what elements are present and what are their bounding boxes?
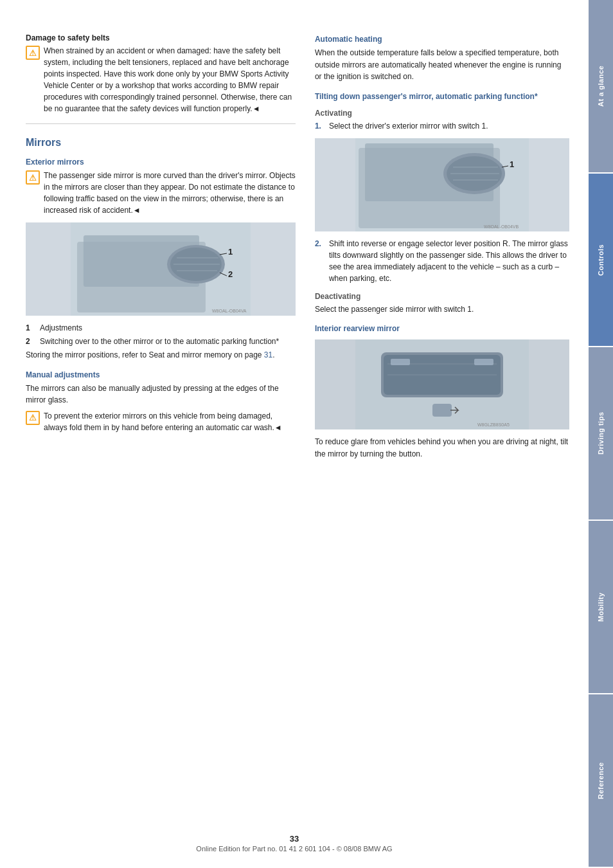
storing-text: Storing the mirror positions, refer to S… [26, 349, 296, 361]
sidebar: At a glance Controls Driving tips Mobili… [589, 0, 613, 868]
damage-safety-belts-section: Damage to safety belts ⚠ When strained b… [26, 33, 296, 114]
manual-adjustments-heading: Manual adjustments [26, 370, 296, 379]
exterior-mirrors-warning: ⚠ The passenger side mirror is more curv… [26, 170, 296, 216]
tilting-section: Tilting down passenger's mirror, automat… [315, 92, 569, 460]
svg-rect-29 [391, 359, 410, 365]
activating-subsection: Activating 1. Select the driver's exteri… [315, 109, 569, 284]
automatic-heating-heading: Automatic heating [315, 35, 569, 44]
activating-svg: 1 W8OAL-OB04VB [315, 138, 569, 231]
activating-image: 1 W8OAL-OB04VB [315, 138, 569, 231]
step-1: 1. Select the driver's exterior mirror w… [315, 120, 569, 132]
bullet-item-2: 2 Switching over to the other mirror or … [26, 336, 296, 347]
rearview-image: W8GLZB8S0A5 [315, 339, 569, 429]
warning-icon-3: ⚠ [26, 411, 40, 425]
interior-rearview-section: Interior rearview mirror [315, 324, 569, 460]
mirror-svg: 1 2 W8OAL-OB04VA [26, 222, 296, 316]
exterior-mirrors-warning-text: The passenger side mirror is more curved… [44, 170, 296, 216]
exterior-mirrors-section: Exterior mirrors ⚠ The passenger side mi… [26, 158, 296, 216]
svg-text:W8OAL-OB04VB: W8OAL-OB04VB [484, 224, 519, 229]
manual-adjustments-section: Manual adjustments The mirrors can also … [26, 370, 296, 433]
fold-warning: ⚠ To prevent the exterior mirrors on thi… [26, 410, 296, 433]
svg-text:1: 1 [510, 159, 514, 169]
warning-icon-2: ⚠ [26, 170, 40, 185]
bullet-item-1: 1 Adjustments [26, 322, 296, 334]
left-column: Damage to safety belts ⚠ When strained b… [26, 26, 308, 842]
svg-rect-30 [474, 359, 493, 365]
tab-at-a-glance[interactable]: At a glance [589, 0, 613, 172]
svg-text:W8GLZB8S0A5: W8GLZB8S0A5 [477, 422, 510, 427]
divider-1 [26, 123, 296, 124]
activating-heading: Activating [315, 109, 569, 118]
tab-reference[interactable]: Reference [589, 694, 613, 867]
mirrors-title: Mirrors [26, 137, 296, 149]
svg-text:2: 2 [228, 269, 233, 279]
exterior-mirror-image: 1 2 W8OAL-OB04VA [26, 222, 296, 316]
rearview-svg: W8GLZB8S0A5 [355, 339, 529, 429]
warning-icon-1: ⚠ [26, 46, 40, 60]
exterior-mirrors-heading: Exterior mirrors [26, 158, 296, 167]
mirrors-section: Mirrors Exterior mirrors ⚠ The passenger… [26, 137, 296, 433]
rearview-body: To reduce glare from vehicles behind you… [315, 436, 569, 460]
right-column: Automatic heating When the outside tempe… [308, 26, 569, 842]
damage-warning-text: When strained by an accident or when dam… [44, 45, 296, 114]
tab-mobility[interactable]: Mobility [589, 521, 613, 693]
activating-steps: 1. Select the driver's exterior mirror w… [315, 120, 569, 132]
svg-rect-31 [432, 404, 452, 417]
damage-warning: ⚠ When strained by an accident or when d… [26, 45, 296, 114]
deactivating-body: Select the passenger side mirror with sw… [315, 303, 569, 316]
step-2: 2. Shift into reverse or engage selector… [315, 238, 569, 284]
svg-text:1: 1 [228, 247, 233, 257]
deactivating-heading: Deactivating [315, 292, 569, 301]
tab-driving-tips[interactable]: Driving tips [589, 347, 613, 520]
manual-adjustments-body: The mirrors can also be manually adjuste… [26, 383, 296, 406]
deactivating-subsection: Deactivating Select the passenger side m… [315, 292, 569, 316]
automatic-heating-body: When the outside temperature falls below… [315, 47, 569, 83]
footer-text: Online Edition for Part no. 01 41 2 601 … [196, 845, 392, 853]
automatic-heating-section: Automatic heating When the outside tempe… [315, 35, 569, 83]
page-link-31[interactable]: 31 [264, 350, 272, 359]
mirror-bullet-list: 1 Adjustments 2 Switching over to the ot… [26, 322, 296, 347]
interior-rearview-heading: Interior rearview mirror [315, 324, 569, 333]
svg-text:W8OAL-OB04VA: W8OAL-OB04VA [212, 309, 247, 313]
tab-controls[interactable]: Controls [589, 174, 613, 346]
fold-warning-text: To prevent the exterior mirrors on this … [44, 410, 296, 433]
page-number: 33 [0, 834, 589, 844]
damage-heading: Damage to safety belts [26, 33, 296, 42]
footer: 33 Online Edition for Part no. 01 41 2 6… [0, 834, 589, 853]
tilting-heading: Tilting down passenger's mirror, automat… [315, 92, 569, 101]
activating-step2: 2. Shift into reverse or engage selector… [315, 238, 569, 284]
